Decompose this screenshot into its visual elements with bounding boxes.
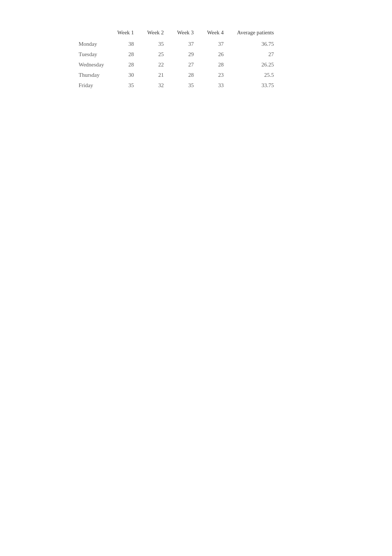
cell-week: 33: [200, 80, 230, 90]
header-week3: Week 3: [171, 30, 200, 39]
page: Week 1 Week 2 Week 3 Week 4 Average pati…: [0, 0, 392, 556]
cell-day: Tuesday: [72, 49, 111, 59]
cell-week: 37: [171, 39, 200, 49]
table-row: Monday3835373736.75: [72, 39, 281, 49]
cell-week: 22: [141, 59, 171, 70]
cell-week: 26: [200, 49, 230, 59]
header-avg: Average patients: [230, 30, 281, 39]
table-body: Monday3835373736.75Tuesday2825292627Wedn…: [72, 39, 281, 90]
table-row: Tuesday2825292627: [72, 49, 281, 59]
cell-day: Friday: [72, 80, 111, 90]
cell-week: 23: [200, 70, 230, 80]
data-table-wrapper: Week 1 Week 2 Week 3 Week 4 Average pati…: [72, 30, 392, 90]
cell-week: 29: [171, 49, 200, 59]
header-week2: Week 2: [141, 30, 171, 39]
header-week4: Week 4: [200, 30, 230, 39]
cell-avg: 36.75: [230, 39, 281, 49]
cell-week: 30: [111, 70, 141, 80]
cell-week: 35: [111, 80, 141, 90]
cell-day: Monday: [72, 39, 111, 49]
cell-week: 35: [171, 80, 200, 90]
cell-week: 28: [111, 49, 141, 59]
cell-week: 32: [141, 80, 171, 90]
cell-week: 35: [141, 39, 171, 49]
cell-day: Wednesday: [72, 59, 111, 70]
header-week1: Week 1: [111, 30, 141, 39]
cell-week: 27: [171, 59, 200, 70]
cell-week: 21: [141, 70, 171, 80]
header-day: [72, 30, 111, 39]
table-row: Wednesday2822272826.25: [72, 59, 281, 70]
cell-avg: 27: [230, 49, 281, 59]
cell-week: 28: [200, 59, 230, 70]
cell-day: Thursday: [72, 70, 111, 80]
cell-avg: 25.5: [230, 70, 281, 80]
cell-avg: 26.25: [230, 59, 281, 70]
table-row: Thursday3021282325.5: [72, 70, 281, 80]
cell-week: 25: [141, 49, 171, 59]
cell-week: 28: [111, 59, 141, 70]
patients-table: Week 1 Week 2 Week 3 Week 4 Average pati…: [72, 30, 281, 90]
cell-avg: 33.75: [230, 80, 281, 90]
cell-week: 38: [111, 39, 141, 49]
cell-week: 28: [171, 70, 200, 80]
cell-week: 37: [200, 39, 230, 49]
table-header-row: Week 1 Week 2 Week 3 Week 4 Average pati…: [72, 30, 281, 39]
table-row: Friday3532353333.75: [72, 80, 281, 90]
